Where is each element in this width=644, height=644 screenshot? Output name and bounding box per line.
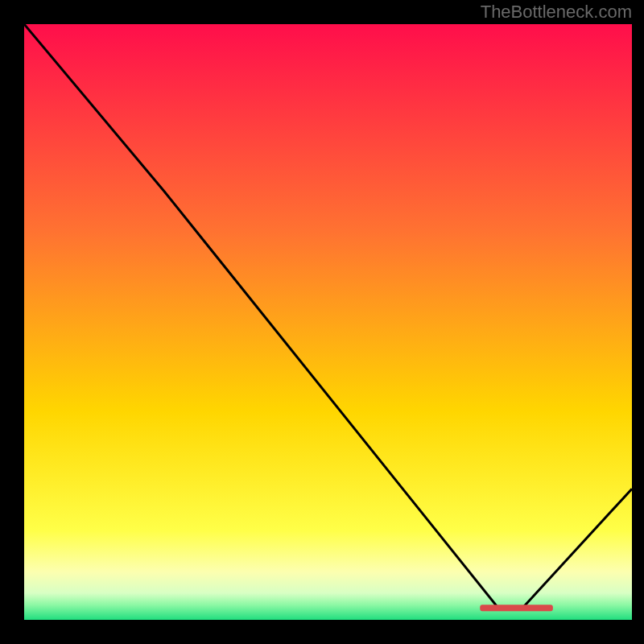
chart-background-gradient bbox=[24, 24, 632, 620]
chart-svg bbox=[24, 24, 632, 620]
attribution-text: TheBottleneck.com bbox=[481, 2, 632, 23]
chart-plot-area bbox=[24, 24, 632, 620]
optimal-zone-marker bbox=[480, 605, 553, 611]
